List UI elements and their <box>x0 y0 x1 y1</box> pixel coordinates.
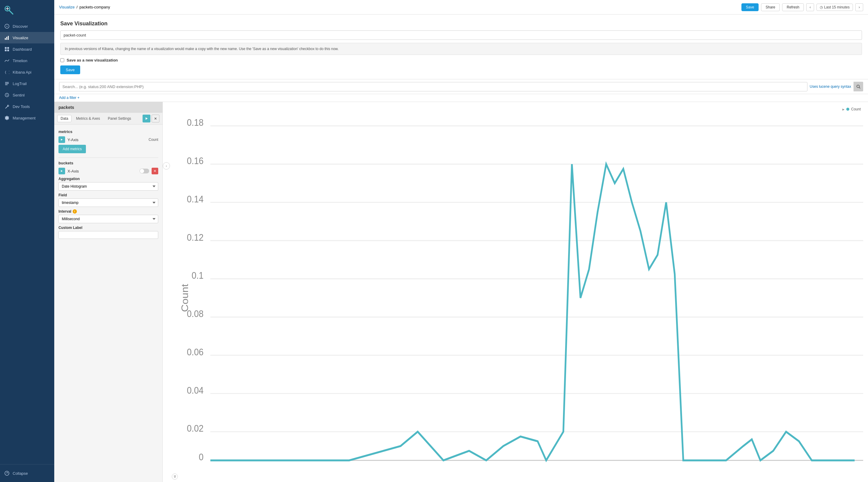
interval-label-row: Interval i <box>59 209 158 214</box>
sidebar-nav: Discover Visualize Dashboard Timelion { … <box>0 21 54 464</box>
breadcrumb-visualize[interactable]: Visualize <box>59 5 75 9</box>
add-filter-btn[interactable]: Add a filter + <box>59 94 80 101</box>
aggregation-select[interactable]: Date Histogram Terms Filters Range <box>59 182 158 191</box>
tab-play-button[interactable] <box>143 115 150 122</box>
bar-chart-icon <box>4 35 10 40</box>
svg-rect-14 <box>5 82 9 83</box>
collapse-label: Collapse <box>13 471 28 476</box>
svg-text:15:51:00: 15:51:00 <box>581 469 615 470</box>
field-select[interactable]: timestamp <box>59 198 158 207</box>
save-notice: In previous versions of Kibana, changing… <box>60 43 862 55</box>
interval-text: Interval <box>59 209 71 214</box>
sidebar-item-management-label: Management <box>13 116 36 120</box>
svg-text:15:43:00: 15:43:00 <box>213 469 246 470</box>
filter-row: Add a filter + <box>54 94 868 102</box>
x-axis-delete-button[interactable]: ✕ <box>152 168 158 174</box>
save-name-input[interactable] <box>60 30 862 40</box>
legend-color-dot <box>846 108 849 111</box>
svg-marker-24 <box>61 139 63 141</box>
svg-rect-12 <box>7 50 9 51</box>
time-prev-button[interactable]: ‹ <box>806 3 814 11</box>
search-input-wrap <box>59 82 807 91</box>
panel-tabs: Data Metrics & Axes Panel Settings <box>54 113 162 124</box>
time-next-button[interactable]: › <box>855 3 863 11</box>
legend-label: Count <box>851 107 861 111</box>
wrench-icon <box>4 104 10 109</box>
panel-header: packets <box>54 102 162 113</box>
tab-panel-settings[interactable]: Panel Settings <box>104 115 134 122</box>
svg-text:0.16: 0.16 <box>187 155 204 166</box>
search-input[interactable] <box>59 82 807 91</box>
x-axis-toggle-switch[interactable] <box>140 169 149 173</box>
sidebar-item-sentinl[interactable]: Sentinl <box>0 89 54 101</box>
breadcrumb-sep: / <box>76 5 78 9</box>
sidebar-item-kibana-api[interactable]: { } Kibana Api <box>0 66 54 78</box>
aggregation-label: Aggregation <box>59 177 158 181</box>
time-range[interactable]: ◷ Last 15 minutes <box>816 4 853 11</box>
lucene-link[interactable]: Uses lucene query syntax <box>810 84 851 89</box>
svg-point-5 <box>7 26 7 27</box>
sidebar-item-discover-label: Discover <box>13 24 28 29</box>
panel-collapse-button[interactable]: ‹ <box>163 162 170 170</box>
compass-icon <box>4 24 10 29</box>
sidebar-item-visualize-label: Visualize <box>13 36 28 40</box>
svg-text:0.06: 0.06 <box>187 346 204 357</box>
sidebar-item-discover[interactable]: Discover <box>0 21 54 32</box>
sidebar-collapse[interactable]: Collapse <box>0 467 54 479</box>
y-axis-toggle[interactable] <box>59 136 65 143</box>
time-label: Last 15 minutes <box>824 5 849 9</box>
search-bar: Uses lucene query syntax <box>54 79 868 94</box>
interval-select[interactable]: Millisecond Auto Second Minute Hourly Da… <box>59 215 158 223</box>
logo <box>0 0 54 21</box>
chart-legend: ▸ Count <box>842 107 861 112</box>
sidebar-item-dev-tools[interactable]: Dev Tools <box>0 101 54 112</box>
sidebar-item-timelion-label: Timelion <box>13 58 27 63</box>
tab-close-button[interactable] <box>152 115 159 122</box>
svg-text:0.14: 0.14 <box>187 194 204 204</box>
x-axis-toggle[interactable] <box>59 168 65 174</box>
tab-data[interactable]: Data <box>57 115 71 122</box>
sidebar-item-logtrail[interactable]: LogTrail <box>0 78 54 89</box>
svg-rect-10 <box>7 47 9 49</box>
legend-expand-button[interactable]: ▸ <box>842 107 844 112</box>
search-button[interactable] <box>854 82 863 91</box>
sidebar-item-management[interactable]: Management <box>0 112 54 124</box>
svg-text:0: 0 <box>198 452 204 462</box>
sentinl-icon <box>4 92 10 98</box>
clock-icon: ◷ <box>820 5 823 9</box>
y-axis-row: Y-Axis Count <box>59 136 158 143</box>
svg-rect-11 <box>5 50 7 51</box>
sidebar-item-kibana-api-label: Kibana Api <box>13 70 31 75</box>
save-checkbox-row: Save as a new visualization <box>60 58 862 62</box>
bottom-collapse-button[interactable]: ∇ <box>172 474 178 480</box>
save-dialog-title: Save Visualization <box>60 21 862 27</box>
custom-label-input[interactable] <box>59 231 158 239</box>
svg-text:0.18: 0.18 <box>187 117 204 128</box>
svg-rect-15 <box>5 83 9 84</box>
save-as-new-checkbox[interactable] <box>60 58 64 62</box>
svg-text:0.02: 0.02 <box>187 423 204 434</box>
add-metrics-button[interactable]: Add metrics <box>59 145 86 153</box>
sidebar-item-dashboard[interactable]: Dashboard <box>0 44 54 55</box>
svg-text:Count: Count <box>180 284 190 312</box>
svg-rect-7 <box>6 37 7 40</box>
buckets-section-label: buckets <box>59 161 158 165</box>
sidebar-item-logtrail-label: LogTrail <box>13 81 27 86</box>
sidebar-item-timelion[interactable]: Timelion <box>0 55 54 66</box>
svg-marker-25 <box>61 170 63 172</box>
metrics-section-label: metrics <box>59 130 158 134</box>
svg-rect-8 <box>8 36 9 40</box>
save-button[interactable]: Save <box>741 3 758 11</box>
y-axis-label: Y-Axis <box>67 138 146 142</box>
breadcrumb: Visualize / packets-company <box>59 5 739 9</box>
main-content: Visualize / packets-company Save Share R… <box>54 0 868 482</box>
log-icon <box>4 81 10 86</box>
save-section: Save Visualization In previous versions … <box>54 15 868 79</box>
share-button[interactable]: Share <box>761 3 780 11</box>
refresh-button[interactable]: Refresh <box>782 3 804 11</box>
sidebar-item-visualize[interactable]: Visualize <box>0 32 54 44</box>
svg-text:0.04: 0.04 <box>187 385 204 395</box>
tab-metrics-axes[interactable]: Metrics & Axes <box>73 115 103 122</box>
panel-title: packets <box>59 105 74 110</box>
save-dialog-button[interactable]: Save <box>60 65 80 74</box>
